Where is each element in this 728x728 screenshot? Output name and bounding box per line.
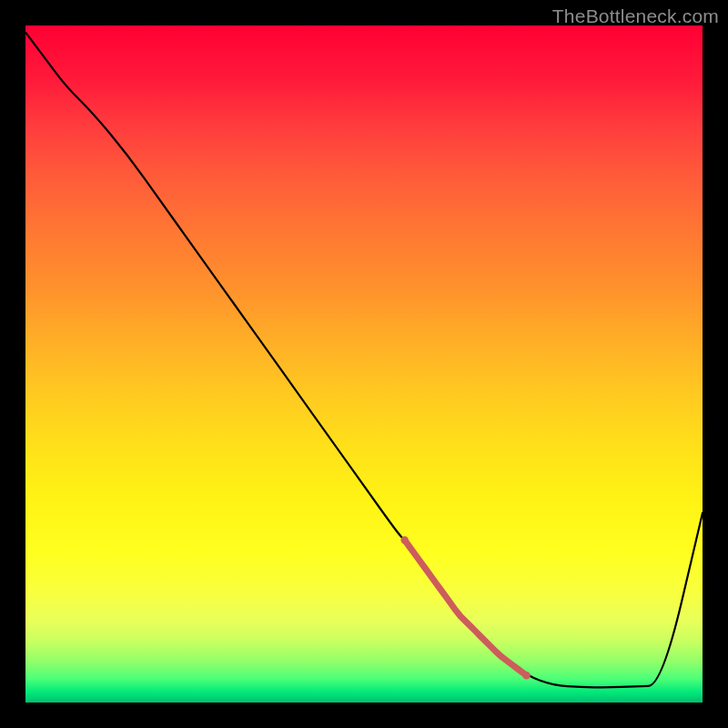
optimal-zone-marker bbox=[405, 540, 527, 675]
optimal-endpoint-left bbox=[400, 536, 408, 543]
watermark-text: TheBottleneck.com bbox=[552, 5, 719, 27]
bottleneck-curve bbox=[25, 32, 703, 687]
chart-frame: TheBottleneck.com bbox=[0, 0, 728, 728]
chart-svg bbox=[25, 25, 703, 703]
optimal-endpoint-right bbox=[522, 672, 530, 679]
plot-area bbox=[25, 25, 703, 703]
